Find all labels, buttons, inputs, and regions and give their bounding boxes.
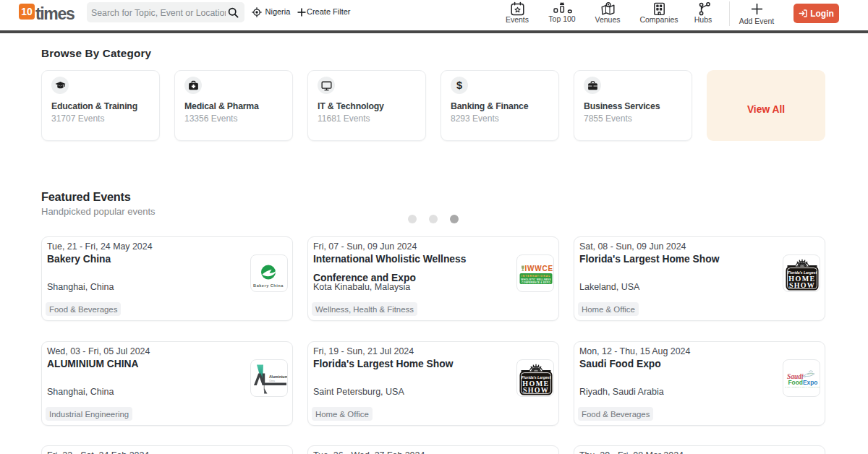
- svg-text:WHOLISTIC WELLNESS: WHOLISTIC WELLNESS: [521, 278, 551, 281]
- svg-text:INTERNATIONAL: INTERNATIONAL: [522, 275, 550, 278]
- svg-text:IWWCE: IWWCE: [525, 265, 554, 273]
- svg-text:Aluminium: Aluminium: [269, 374, 287, 379]
- svg-text:FoodExpo: FoodExpo: [788, 379, 818, 386]
- svg-text:CONFERENCE & EXPO: CONFERENCE & EXPO: [522, 281, 550, 284]
- svg-text:SAUDI INTERNATIONAL FOOD EXPO: SAUDI INTERNATIONAL FOOD EXPO: [785, 386, 820, 387]
- svg-text:SHOW: SHOW: [789, 281, 815, 289]
- svg-text:Bakery China: Bakery China: [253, 283, 284, 288]
- svg-text:China: China: [269, 380, 275, 382]
- svg-text:SHOW: SHOW: [523, 386, 549, 394]
